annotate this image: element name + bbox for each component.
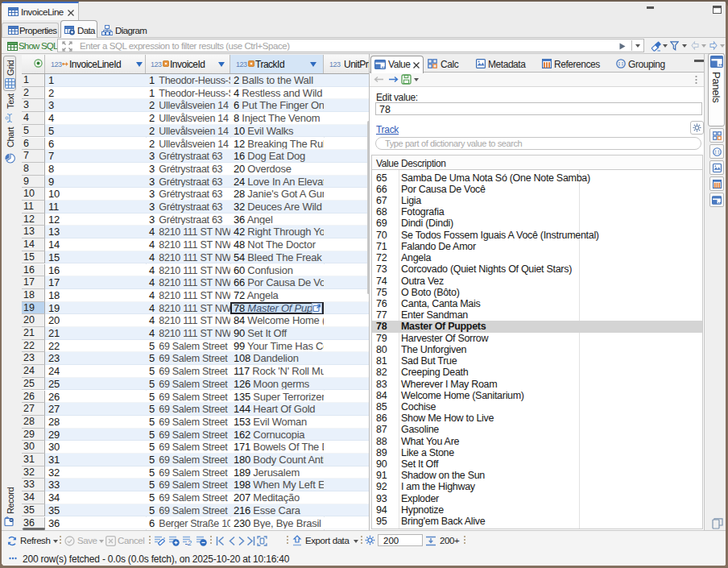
- svg-text:2: 2: [187, 539, 192, 546]
